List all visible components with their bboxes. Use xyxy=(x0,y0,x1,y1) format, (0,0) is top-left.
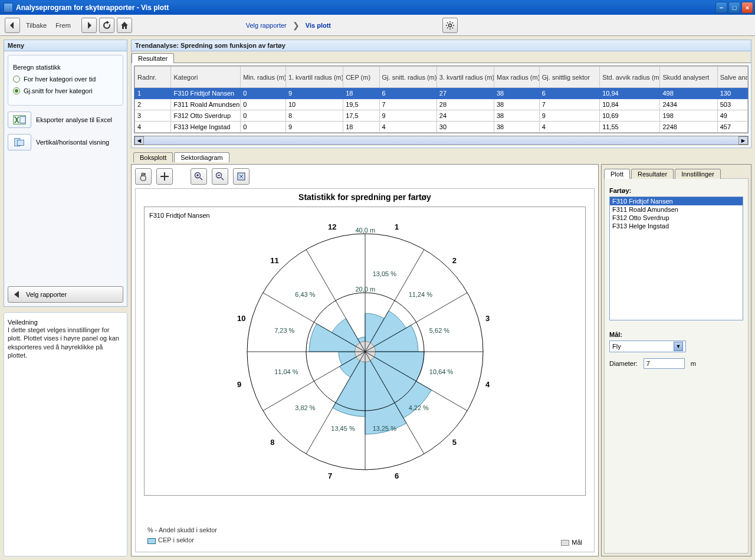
vessel-listbox[interactable]: F310 Fridtjof NansenF311 Roald AmundsenF… xyxy=(609,197,743,320)
sector-number: 8 xyxy=(270,438,274,447)
sector-number: 5 xyxy=(452,438,457,447)
sector-pct-label: 4,22 % xyxy=(409,404,429,411)
table-row[interactable]: 2F311 Roald Amundsen01019,572838710,8424… xyxy=(135,99,748,110)
app-icon xyxy=(4,3,13,12)
column-header[interactable]: Gj. snitt. radius (m) xyxy=(379,67,436,88)
sector-pct-label: 10,64 % xyxy=(429,368,453,375)
column-header[interactable]: Salve analy xyxy=(717,67,747,88)
settings-button[interactable] xyxy=(442,18,458,33)
sector-number: 6 xyxy=(395,471,399,480)
orientation-icon xyxy=(8,134,31,150)
crosshair-tool[interactable] xyxy=(156,168,173,185)
nav-back-button[interactable] xyxy=(5,18,20,33)
column-header[interactable]: 3. kvartil radius (m) xyxy=(436,67,494,88)
sector-pct-label: 13,45 % xyxy=(331,425,354,432)
column-header[interactable]: Min. radius (m) xyxy=(241,67,286,88)
breadcrumb-select-reports[interactable]: Velg rapporter xyxy=(246,22,287,29)
arrow-left-icon xyxy=(13,290,22,299)
sector-number: 11 xyxy=(270,256,278,265)
column-header[interactable]: Skudd analysert xyxy=(660,67,717,88)
table-horizontal-scrollbar[interactable]: ◄ ► xyxy=(134,136,749,145)
legend-pct: % - Andel skudd i sektor xyxy=(147,525,217,536)
sector-number: 12 xyxy=(328,222,336,231)
pan-tool[interactable] xyxy=(135,168,152,185)
dropdown-arrow-icon: ▼ xyxy=(674,342,683,351)
toggle-orientation[interactable]: Vertikal/horisontal visning xyxy=(8,134,123,150)
sector-pct-label: 7,23 % xyxy=(274,327,294,334)
radio-average-per-category[interactable]: Gj.snitt for hver kategori xyxy=(13,87,118,94)
goal-label: Mål: xyxy=(609,331,743,338)
guide-text: I dette steget velges innstillinger for … xyxy=(8,326,123,359)
tab-results-settings[interactable]: Resultater xyxy=(631,169,674,179)
sector-number: 4 xyxy=(485,380,490,389)
table-row[interactable]: 3F312 Otto Sverdrup0817,592438910,691984… xyxy=(135,110,748,122)
close-button[interactable]: × xyxy=(741,2,753,14)
svg-rect-2 xyxy=(20,117,25,123)
select-reports-button[interactable]: Velg rapporter xyxy=(8,286,123,303)
column-header[interactable]: Std. avvik radius (m) xyxy=(600,67,660,88)
diameter-input[interactable] xyxy=(644,358,685,369)
chart-title: Statistikk for spredning per fartøy xyxy=(136,192,594,202)
svg-rect-4 xyxy=(17,140,24,145)
column-header[interactable]: 1. kvartil radius (m) xyxy=(285,67,343,88)
minimize-button[interactable]: − xyxy=(715,2,727,14)
sector-pct-label: 11,24 % xyxy=(409,291,432,298)
breadcrumb-show-plot[interactable]: Vis plott xyxy=(306,22,331,29)
sector-pct-label: 13,05 % xyxy=(373,270,396,277)
scroll-right-icon[interactable]: ► xyxy=(738,136,748,145)
main-toolbar: Tilbake Frem Velg rapporter ❯ Vis plott xyxy=(0,15,755,36)
diameter-unit: m xyxy=(691,360,696,367)
column-header[interactable]: Kategori xyxy=(171,67,241,88)
list-item[interactable]: F310 Fridtjof Nansen xyxy=(610,197,743,205)
sector-pct-label: 13,25 % xyxy=(373,425,396,432)
title-bar: Analyseprogram for skyterapporter - Vis … xyxy=(0,0,755,15)
diameter-label: Diameter: xyxy=(609,360,638,367)
tab-sector-diagram[interactable]: Sektordiagram xyxy=(174,152,229,162)
column-header[interactable]: Max radius (m) xyxy=(494,67,540,88)
list-item[interactable]: F312 Otto Sverdrup xyxy=(610,214,743,222)
goal-swatch-icon xyxy=(561,540,569,546)
zoom-out-button[interactable] xyxy=(212,168,228,185)
results-table: Radnr.KategoriMin. radius (m)1. kvartil … xyxy=(134,66,749,133)
trend-title: Trendanalyse: Spredning som funksjon av … xyxy=(132,40,751,51)
sector-number: 9 xyxy=(237,380,241,389)
table-row[interactable]: 1F310 Fridtjof Nansen091862738610,944981… xyxy=(135,88,748,99)
maximize-button[interactable]: □ xyxy=(728,2,740,14)
sector-number: 7 xyxy=(328,471,332,480)
refresh-button[interactable] xyxy=(99,18,114,33)
zoom-fit-button[interactable] xyxy=(233,168,250,185)
column-header[interactable]: Radnr. xyxy=(135,67,171,88)
nav-forward-label: Frem xyxy=(55,22,71,29)
sector-number: 3 xyxy=(485,314,490,323)
vessel-label: Fartøy: xyxy=(609,187,743,194)
sector-number: 1 xyxy=(395,222,399,231)
export-to-excel[interactable]: Eksporter analyse til Excel xyxy=(8,112,123,128)
nav-back-label: Tilbake xyxy=(26,22,47,29)
list-item[interactable]: F313 Helge Ingstad xyxy=(610,222,743,230)
column-header[interactable]: Gj. snittlig sektor xyxy=(539,67,599,88)
sector-chart: Statistikk for spredning per fartøy F310… xyxy=(135,188,595,552)
tab-results[interactable]: Resultater xyxy=(132,53,174,63)
zoom-in-button[interactable] xyxy=(191,168,207,185)
goal-select[interactable]: Fly ▼ xyxy=(609,340,686,352)
sector-number: 10 xyxy=(237,314,245,323)
sector-number: 2 xyxy=(452,256,457,265)
chart-series-name: F310 Fridtjof Nansen xyxy=(149,212,210,219)
sector-pct-label: 5,62 % xyxy=(429,327,449,334)
column-header[interactable]: CEP (m) xyxy=(343,67,379,88)
sector-pct-label: 11,04 % xyxy=(274,368,298,375)
home-button[interactable] xyxy=(117,18,132,33)
menu-header: Meny xyxy=(4,40,127,51)
nav-forward-button[interactable] xyxy=(81,18,97,33)
tab-settings[interactable]: Innstillinger xyxy=(675,169,721,179)
tab-plot-settings[interactable]: Plott xyxy=(604,169,630,179)
radio-per-category-over-time[interactable]: For hver kategori over tid xyxy=(13,76,118,83)
cep-swatch-icon xyxy=(147,538,156,544)
tab-boxplot[interactable]: Boksplott xyxy=(133,152,173,162)
window-title: Analyseprogram for skyterapporter - Vis … xyxy=(16,4,715,12)
stats-group-legend: Beregn statistikk xyxy=(13,64,61,71)
radio-icon xyxy=(13,87,20,94)
scroll-left-icon[interactable]: ◄ xyxy=(134,136,144,145)
table-row[interactable]: 4F313 Helge Ingstad091843038411,55224845… xyxy=(135,122,748,133)
list-item[interactable]: F311 Roald Amundsen xyxy=(610,205,743,214)
